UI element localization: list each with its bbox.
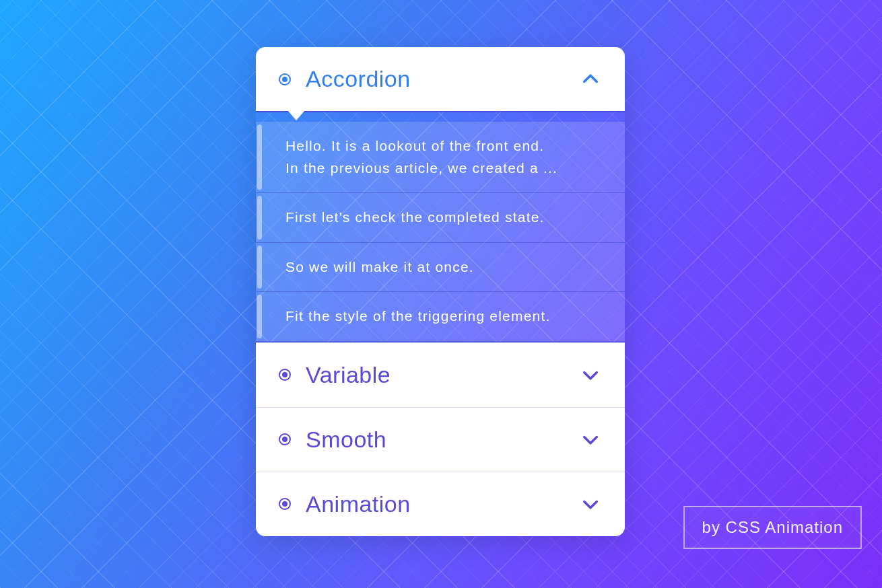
chevron-down-icon bbox=[579, 363, 602, 386]
accordion-panel: Hello. It is a lookout of the front end.… bbox=[256, 112, 625, 342]
list-item[interactable]: First let's check the completed state. bbox=[256, 192, 625, 242]
list-item[interactable]: So we will make it at once. bbox=[256, 242, 625, 292]
chevron-down-icon bbox=[579, 492, 602, 515]
credit-badge: by CSS Animation bbox=[683, 506, 862, 549]
accordion-header-variable[interactable]: Variable bbox=[256, 342, 625, 407]
accordion-section-variable: Variable bbox=[256, 342, 625, 407]
list-item[interactable]: Hello. It is a lookout of the front end.… bbox=[256, 122, 625, 192]
radio-bullet-icon bbox=[279, 498, 291, 510]
accordion-title: Variable bbox=[306, 362, 564, 388]
accordion-title: Animation bbox=[306, 491, 564, 517]
radio-bullet-icon bbox=[279, 433, 291, 445]
accordion-title: Smooth bbox=[306, 427, 564, 453]
accordion-section-smooth: Smooth bbox=[256, 407, 625, 472]
accordion-header-animation[interactable]: Animation bbox=[256, 472, 625, 536]
accordion-title: Accordion bbox=[306, 66, 564, 92]
accordion-section-animation: Animation bbox=[256, 472, 625, 536]
accordion-header-accordion[interactable]: Accordion bbox=[256, 47, 625, 112]
list-item[interactable]: Fit the style of the triggering element. bbox=[256, 291, 625, 342]
accordion-header-smooth[interactable]: Smooth bbox=[256, 407, 625, 472]
chevron-up-icon bbox=[579, 68, 602, 91]
chevron-down-icon bbox=[579, 428, 602, 451]
radio-bullet-icon bbox=[279, 369, 291, 381]
radio-bullet-icon bbox=[279, 73, 291, 85]
accordion-section-accordion: Accordion Hello. It is a lookout of the … bbox=[256, 47, 625, 342]
accordion: Accordion Hello. It is a lookout of the … bbox=[256, 47, 625, 536]
